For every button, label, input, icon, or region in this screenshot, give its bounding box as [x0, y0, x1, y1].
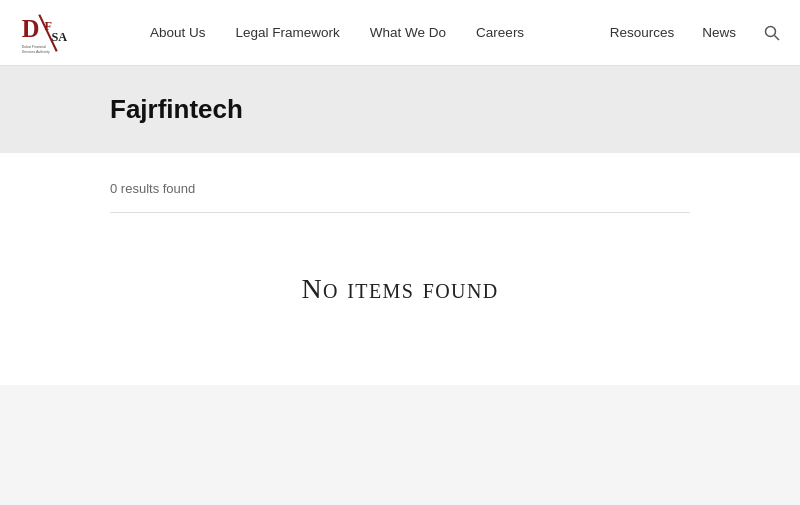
page-wrapper: D F SA Dubai Financial Services Authorit…	[0, 0, 800, 505]
svg-text:SA: SA	[52, 29, 68, 43]
no-items-text: No items found	[110, 273, 690, 305]
results-divider	[110, 212, 690, 213]
results-count: 0 results found	[110, 181, 690, 196]
search-icon	[764, 25, 780, 41]
page-header-content: Fajrfintech	[0, 94, 800, 125]
no-items-section: No items found	[110, 253, 690, 335]
svg-text:Dubai Financial: Dubai Financial	[22, 44, 46, 48]
nav-resources[interactable]: Resources	[610, 25, 675, 40]
nav-about-us[interactable]: About Us	[150, 25, 206, 40]
nav-careers[interactable]: Careers	[476, 25, 524, 40]
dfsa-logo: D F SA Dubai Financial Services Authorit…	[20, 10, 90, 56]
nav-what-we-do[interactable]: What We Do	[370, 25, 446, 40]
logo-area[interactable]: D F SA Dubai Financial Services Authorit…	[20, 10, 130, 56]
right-nav: Resources News	[610, 25, 780, 41]
site-header: D F SA Dubai Financial Services Authorit…	[0, 0, 800, 66]
page-header-band: Fajrfintech	[0, 66, 800, 153]
svg-line-7	[775, 35, 780, 40]
search-button[interactable]	[764, 25, 780, 41]
main-nav: About Us Legal Framework What We Do Care…	[130, 25, 610, 40]
svg-point-6	[766, 26, 776, 36]
page-title: Fajrfintech	[110, 94, 800, 125]
nav-news[interactable]: News	[702, 25, 736, 40]
svg-text:D: D	[22, 15, 40, 42]
content-area: 0 results found No items found	[0, 153, 800, 385]
nav-legal-framework[interactable]: Legal Framework	[236, 25, 340, 40]
svg-text:Services Authority: Services Authority	[22, 50, 50, 54]
